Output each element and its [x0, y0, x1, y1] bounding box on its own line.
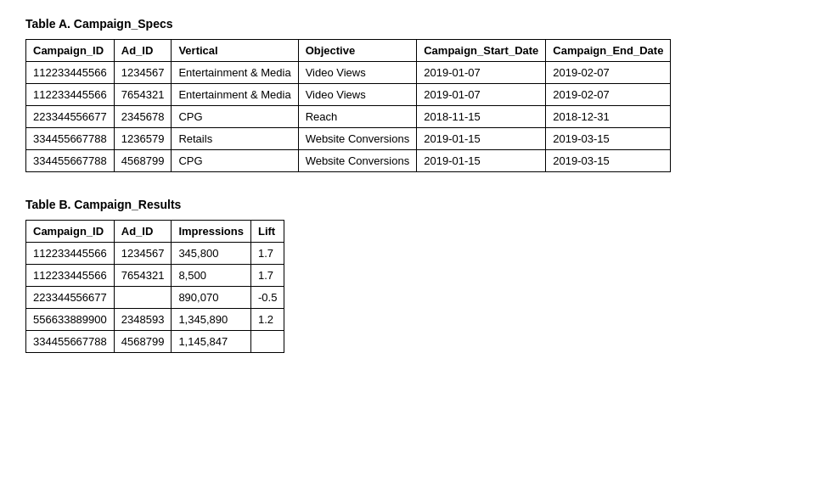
table-a-header-row: Campaign_IDAd_IDVerticalObjectiveCampaig… — [26, 40, 671, 62]
table-row: 1122334455661234567Entertainment & Media… — [26, 62, 671, 84]
table-cell: 1,145,847 — [172, 331, 251, 353]
table-b-header-cell: Impressions — [172, 221, 251, 243]
table-cell: 4568799 — [114, 150, 172, 172]
table-row: 2233445566772345678CPGReach2018-11-15201… — [26, 106, 671, 128]
table-a-header-cell: Campaign_Start_Date — [417, 40, 546, 62]
table-cell: 2019-01-07 — [417, 62, 546, 84]
table-cell: 8,500 — [172, 265, 251, 287]
table-cell: 345,800 — [172, 243, 251, 265]
table-cell: 334455667788 — [26, 331, 115, 353]
table-row: 223344556677890,070-0.5 — [26, 287, 284, 309]
table-cell: 334455667788 — [26, 128, 115, 150]
table-cell: 223344556677 — [26, 106, 115, 128]
table-cell: 112233445566 — [26, 62, 115, 84]
table-cell: 1236579 — [114, 128, 172, 150]
table-cell: Reach — [298, 106, 417, 128]
table-cell: 1234567 — [114, 62, 172, 84]
table-cell: 2019-02-07 — [546, 84, 671, 106]
table-row: 55663388990023485931,345,8901.2 — [26, 309, 284, 331]
table-cell: 2019-01-15 — [417, 150, 546, 172]
table-cell — [114, 287, 172, 309]
table-a-title: Table A. Campaign_Specs — [25, 17, 802, 31]
table-cell: 1,345,890 — [172, 309, 251, 331]
table-b-header-row: Campaign_IDAd_IDImpressionsLift — [26, 221, 284, 243]
table-cell: 2019-03-15 — [546, 150, 671, 172]
table-cell — [250, 331, 284, 353]
table-cell: 223344556677 — [26, 287, 115, 309]
table-cell: 7654321 — [114, 84, 172, 106]
table-cell: 334455667788 — [26, 150, 115, 172]
table-b-title: Table B. Campaign_Results — [25, 198, 802, 211]
table-cell: 1234567 — [114, 243, 172, 265]
table-cell: 7654321 — [114, 265, 172, 287]
table-b-header-cell: Campaign_ID — [26, 221, 115, 243]
table-cell: 556633889900 — [26, 309, 115, 331]
table-b-header-cell: Lift — [250, 221, 284, 243]
table-a-header-cell: Campaign_ID — [26, 40, 115, 62]
table-cell: 2018-12-31 — [546, 106, 671, 128]
table-row: 3344556677884568799CPGWebsite Conversion… — [26, 150, 671, 172]
table-row: 33445566778845687991,145,847 — [26, 331, 284, 353]
table-cell: 112233445566 — [26, 84, 115, 106]
table-cell: 4568799 — [114, 331, 172, 353]
table-cell: Entertainment & Media — [172, 84, 298, 106]
table-cell: 890,070 — [172, 287, 251, 309]
table-row: 1122334455661234567345,8001.7 — [26, 243, 284, 265]
table-a-header-cell: Objective — [298, 40, 417, 62]
table-b-section: Table B. Campaign_Results Campaign_IDAd_… — [25, 198, 802, 353]
table-cell: 1.7 — [250, 243, 284, 265]
table-cell: CPG — [172, 150, 298, 172]
table-cell: Website Conversions — [298, 150, 417, 172]
table-a-header-cell: Vertical — [172, 40, 298, 62]
table-cell: CPG — [172, 106, 298, 128]
table-cell: 2348593 — [114, 309, 172, 331]
table-a-header-cell: Ad_ID — [114, 40, 172, 62]
table-cell: Entertainment & Media — [172, 62, 298, 84]
table-cell: 2018-11-15 — [417, 106, 546, 128]
table-cell: 2019-02-07 — [546, 62, 671, 84]
table-cell: -0.5 — [250, 287, 284, 309]
table-cell: Video Views — [298, 84, 417, 106]
table-cell: Video Views — [298, 62, 417, 84]
table-cell: 2345678 — [114, 106, 172, 128]
table-cell: 2019-03-15 — [546, 128, 671, 150]
table-row: 3344556677881236579RetailsWebsite Conver… — [26, 128, 671, 150]
table-a: Campaign_IDAd_IDVerticalObjectiveCampaig… — [25, 39, 671, 172]
table-b-header-cell: Ad_ID — [114, 221, 172, 243]
table-cell: 1.2 — [250, 309, 284, 331]
table-row: 11223344556676543218,5001.7 — [26, 265, 284, 287]
table-row: 1122334455667654321Entertainment & Media… — [26, 84, 671, 106]
table-cell: 2019-01-15 — [417, 128, 546, 150]
table-cell: 112233445566 — [26, 243, 115, 265]
table-cell: 112233445566 — [26, 265, 115, 287]
table-cell: 1.7 — [250, 265, 284, 287]
table-a-section: Table A. Campaign_Specs Campaign_IDAd_ID… — [25, 17, 802, 172]
table-cell: Retails — [172, 128, 298, 150]
table-b: Campaign_IDAd_IDImpressionsLift 11223344… — [25, 220, 284, 353]
table-cell: 2019-01-07 — [417, 84, 546, 106]
table-cell: Website Conversions — [298, 128, 417, 150]
table-a-header-cell: Campaign_End_Date — [546, 40, 671, 62]
